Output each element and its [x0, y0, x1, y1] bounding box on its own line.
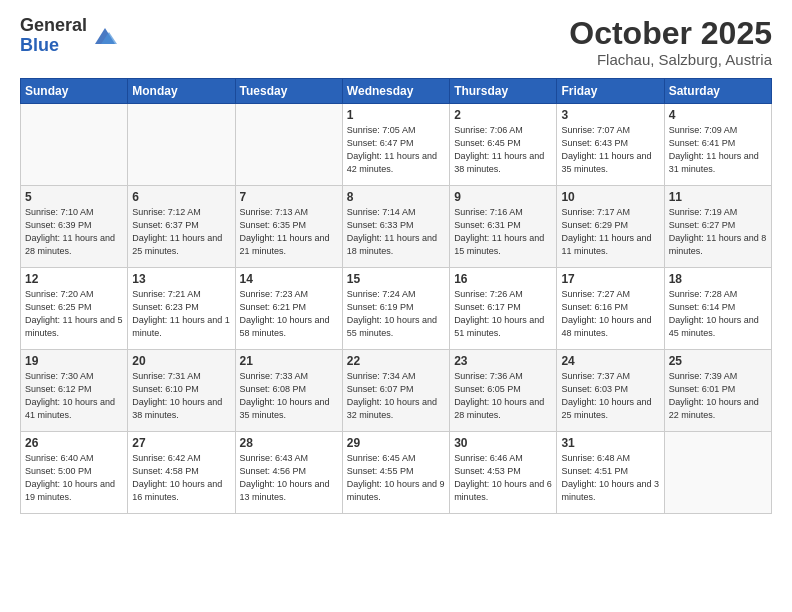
day-number: 25 [669, 354, 767, 368]
day-number: 12 [25, 272, 123, 286]
day-number: 7 [240, 190, 338, 204]
day-info: Sunrise: 7:17 AM Sunset: 6:29 PM Dayligh… [561, 206, 659, 258]
day-info: Sunrise: 6:43 AM Sunset: 4:56 PM Dayligh… [240, 452, 338, 504]
day-info: Sunrise: 7:14 AM Sunset: 6:33 PM Dayligh… [347, 206, 445, 258]
day-info: Sunrise: 7:07 AM Sunset: 6:43 PM Dayligh… [561, 124, 659, 176]
table-row: 24Sunrise: 7:37 AM Sunset: 6:03 PM Dayli… [557, 350, 664, 432]
day-info: Sunrise: 7:23 AM Sunset: 6:21 PM Dayligh… [240, 288, 338, 340]
logo-general-text: General [20, 16, 87, 36]
day-number: 3 [561, 108, 659, 122]
day-number: 18 [669, 272, 767, 286]
table-row: 6Sunrise: 7:12 AM Sunset: 6:37 PM Daylig… [128, 186, 235, 268]
day-info: Sunrise: 7:37 AM Sunset: 6:03 PM Dayligh… [561, 370, 659, 422]
day-info: Sunrise: 7:24 AM Sunset: 6:19 PM Dayligh… [347, 288, 445, 340]
day-info: Sunrise: 7:12 AM Sunset: 6:37 PM Dayligh… [132, 206, 230, 258]
day-number: 24 [561, 354, 659, 368]
day-number: 27 [132, 436, 230, 450]
page: General Blue October 2025 Flachau, Salzb… [0, 0, 792, 612]
table-row: 10Sunrise: 7:17 AM Sunset: 6:29 PM Dayli… [557, 186, 664, 268]
day-number: 30 [454, 436, 552, 450]
day-info: Sunrise: 7:30 AM Sunset: 6:12 PM Dayligh… [25, 370, 123, 422]
table-row: 14Sunrise: 7:23 AM Sunset: 6:21 PM Dayli… [235, 268, 342, 350]
day-info: Sunrise: 7:28 AM Sunset: 6:14 PM Dayligh… [669, 288, 767, 340]
header: General Blue October 2025 Flachau, Salzb… [20, 16, 772, 68]
table-row: 23Sunrise: 7:36 AM Sunset: 6:05 PM Dayli… [450, 350, 557, 432]
table-row: 20Sunrise: 7:31 AM Sunset: 6:10 PM Dayli… [128, 350, 235, 432]
day-info: Sunrise: 7:09 AM Sunset: 6:41 PM Dayligh… [669, 124, 767, 176]
col-wednesday: Wednesday [342, 79, 449, 104]
table-row: 31Sunrise: 6:48 AM Sunset: 4:51 PM Dayli… [557, 432, 664, 514]
table-row: 25Sunrise: 7:39 AM Sunset: 6:01 PM Dayli… [664, 350, 771, 432]
location: Flachau, Salzburg, Austria [569, 51, 772, 68]
col-friday: Friday [557, 79, 664, 104]
day-info: Sunrise: 7:27 AM Sunset: 6:16 PM Dayligh… [561, 288, 659, 340]
day-info: Sunrise: 7:05 AM Sunset: 6:47 PM Dayligh… [347, 124, 445, 176]
table-row: 8Sunrise: 7:14 AM Sunset: 6:33 PM Daylig… [342, 186, 449, 268]
logo-icon [91, 22, 119, 50]
day-info: Sunrise: 7:06 AM Sunset: 6:45 PM Dayligh… [454, 124, 552, 176]
table-row: 29Sunrise: 6:45 AM Sunset: 4:55 PM Dayli… [342, 432, 449, 514]
col-tuesday: Tuesday [235, 79, 342, 104]
table-row [664, 432, 771, 514]
day-info: Sunrise: 7:13 AM Sunset: 6:35 PM Dayligh… [240, 206, 338, 258]
day-number: 16 [454, 272, 552, 286]
day-number: 10 [561, 190, 659, 204]
table-row: 17Sunrise: 7:27 AM Sunset: 6:16 PM Dayli… [557, 268, 664, 350]
table-row: 7Sunrise: 7:13 AM Sunset: 6:35 PM Daylig… [235, 186, 342, 268]
title-block: October 2025 Flachau, Salzburg, Austria [569, 16, 772, 68]
calendar-week-row: 19Sunrise: 7:30 AM Sunset: 6:12 PM Dayli… [21, 350, 772, 432]
table-row: 18Sunrise: 7:28 AM Sunset: 6:14 PM Dayli… [664, 268, 771, 350]
day-number: 23 [454, 354, 552, 368]
table-row: 21Sunrise: 7:33 AM Sunset: 6:08 PM Dayli… [235, 350, 342, 432]
day-number: 19 [25, 354, 123, 368]
day-number: 6 [132, 190, 230, 204]
table-row: 9Sunrise: 7:16 AM Sunset: 6:31 PM Daylig… [450, 186, 557, 268]
table-row: 2Sunrise: 7:06 AM Sunset: 6:45 PM Daylig… [450, 104, 557, 186]
table-row: 13Sunrise: 7:21 AM Sunset: 6:23 PM Dayli… [128, 268, 235, 350]
day-number: 14 [240, 272, 338, 286]
table-row [21, 104, 128, 186]
calendar-week-row: 1Sunrise: 7:05 AM Sunset: 6:47 PM Daylig… [21, 104, 772, 186]
col-thursday: Thursday [450, 79, 557, 104]
calendar-header-row: Sunday Monday Tuesday Wednesday Thursday… [21, 79, 772, 104]
table-row [128, 104, 235, 186]
day-info: Sunrise: 7:19 AM Sunset: 6:27 PM Dayligh… [669, 206, 767, 258]
day-info: Sunrise: 6:48 AM Sunset: 4:51 PM Dayligh… [561, 452, 659, 504]
day-number: 5 [25, 190, 123, 204]
table-row: 1Sunrise: 7:05 AM Sunset: 6:47 PM Daylig… [342, 104, 449, 186]
table-row: 26Sunrise: 6:40 AM Sunset: 5:00 PM Dayli… [21, 432, 128, 514]
table-row: 4Sunrise: 7:09 AM Sunset: 6:41 PM Daylig… [664, 104, 771, 186]
day-number: 4 [669, 108, 767, 122]
day-info: Sunrise: 7:21 AM Sunset: 6:23 PM Dayligh… [132, 288, 230, 340]
table-row: 11Sunrise: 7:19 AM Sunset: 6:27 PM Dayli… [664, 186, 771, 268]
table-row: 22Sunrise: 7:34 AM Sunset: 6:07 PM Dayli… [342, 350, 449, 432]
calendar-week-row: 12Sunrise: 7:20 AM Sunset: 6:25 PM Dayli… [21, 268, 772, 350]
day-number: 13 [132, 272, 230, 286]
day-number: 20 [132, 354, 230, 368]
day-info: Sunrise: 7:10 AM Sunset: 6:39 PM Dayligh… [25, 206, 123, 258]
table-row: 3Sunrise: 7:07 AM Sunset: 6:43 PM Daylig… [557, 104, 664, 186]
table-row [235, 104, 342, 186]
calendar-week-row: 5Sunrise: 7:10 AM Sunset: 6:39 PM Daylig… [21, 186, 772, 268]
day-info: Sunrise: 6:46 AM Sunset: 4:53 PM Dayligh… [454, 452, 552, 504]
day-number: 9 [454, 190, 552, 204]
logo: General Blue [20, 16, 119, 56]
day-info: Sunrise: 7:20 AM Sunset: 6:25 PM Dayligh… [25, 288, 123, 340]
day-number: 26 [25, 436, 123, 450]
day-info: Sunrise: 6:42 AM Sunset: 4:58 PM Dayligh… [132, 452, 230, 504]
day-number: 21 [240, 354, 338, 368]
table-row: 28Sunrise: 6:43 AM Sunset: 4:56 PM Dayli… [235, 432, 342, 514]
calendar-table: Sunday Monday Tuesday Wednesday Thursday… [20, 78, 772, 514]
table-row: 30Sunrise: 6:46 AM Sunset: 4:53 PM Dayli… [450, 432, 557, 514]
calendar-week-row: 26Sunrise: 6:40 AM Sunset: 5:00 PM Dayli… [21, 432, 772, 514]
day-info: Sunrise: 7:26 AM Sunset: 6:17 PM Dayligh… [454, 288, 552, 340]
day-number: 17 [561, 272, 659, 286]
day-number: 29 [347, 436, 445, 450]
col-monday: Monday [128, 79, 235, 104]
day-info: Sunrise: 6:45 AM Sunset: 4:55 PM Dayligh… [347, 452, 445, 504]
day-number: 8 [347, 190, 445, 204]
day-info: Sunrise: 7:16 AM Sunset: 6:31 PM Dayligh… [454, 206, 552, 258]
day-info: Sunrise: 7:31 AM Sunset: 6:10 PM Dayligh… [132, 370, 230, 422]
table-row: 16Sunrise: 7:26 AM Sunset: 6:17 PM Dayli… [450, 268, 557, 350]
day-number: 1 [347, 108, 445, 122]
